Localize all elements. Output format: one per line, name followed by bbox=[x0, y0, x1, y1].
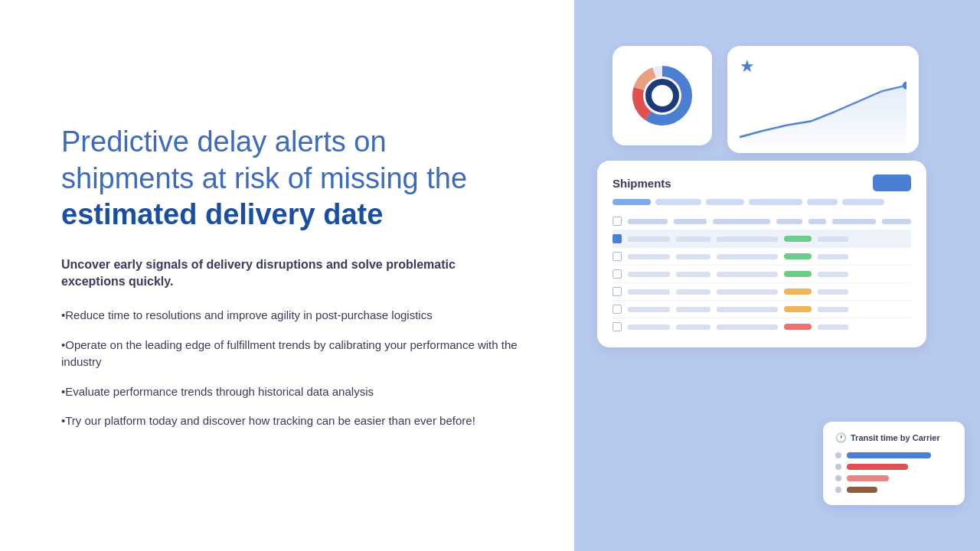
line-chart-svg bbox=[740, 81, 906, 145]
subtitle: Uncover early signals of delivery disrup… bbox=[61, 256, 521, 291]
right-panel: ★ Shipments bbox=[574, 0, 980, 551]
transit-row-1 bbox=[835, 452, 952, 458]
status-badge-red bbox=[784, 324, 812, 330]
shipments-header: Shipments bbox=[612, 174, 911, 191]
status-badge-orange bbox=[784, 306, 812, 312]
table-row[interactable] bbox=[612, 318, 911, 335]
filter-row bbox=[612, 199, 911, 205]
bullet-1: •Reduce time to resolutions and improve … bbox=[61, 307, 521, 324]
filter-bar-2[interactable] bbox=[706, 199, 744, 205]
carrier-dot-1 bbox=[835, 452, 841, 458]
shipments-title: Shipments bbox=[612, 177, 671, 190]
bullet-3: •Evaluate performance trends through his… bbox=[61, 383, 521, 401]
row-checkbox-1[interactable] bbox=[612, 234, 622, 243]
bullet-4: •Try our platform today and discover how… bbox=[61, 412, 521, 430]
col-header-7 bbox=[882, 219, 911, 224]
status-badge-green bbox=[784, 253, 812, 259]
table-row[interactable] bbox=[612, 248, 911, 266]
carrier-bar-1 bbox=[847, 452, 931, 458]
filter-bar-4[interactable] bbox=[807, 199, 838, 205]
donut-chart-svg bbox=[628, 61, 697, 130]
carrier-dot-4 bbox=[835, 487, 841, 493]
transit-header: 🕐 Transit time by Carrier bbox=[835, 432, 952, 443]
carrier-bar-2 bbox=[847, 464, 908, 470]
col-header-6 bbox=[832, 219, 876, 224]
filter-bar-3[interactable] bbox=[749, 199, 802, 205]
row-checkbox-3[interactable] bbox=[612, 269, 622, 279]
filter-bar-1[interactable] bbox=[655, 199, 701, 205]
donut-chart-card bbox=[612, 46, 712, 145]
carrier-dot-3 bbox=[835, 475, 841, 481]
row-checkbox-2[interactable] bbox=[612, 252, 622, 261]
col-header-4 bbox=[776, 219, 802, 224]
transit-row-4 bbox=[835, 487, 952, 493]
carrier-bar-3 bbox=[847, 475, 889, 481]
table-row[interactable] bbox=[612, 230, 911, 248]
transit-row-2 bbox=[835, 464, 952, 470]
table-row[interactable] bbox=[612, 266, 911, 283]
header-checkbox[interactable] bbox=[612, 217, 622, 226]
table-row[interactable] bbox=[612, 283, 911, 301]
carrier-bar-4 bbox=[847, 487, 877, 493]
carrier-dot-2 bbox=[835, 464, 841, 470]
transit-title: Transit time by Carrier bbox=[851, 433, 940, 442]
status-badge-green bbox=[784, 271, 812, 277]
col-header-5 bbox=[808, 219, 827, 224]
row-checkbox-5[interactable] bbox=[612, 305, 622, 314]
star-icon: ★ bbox=[740, 57, 755, 77]
status-badge-green bbox=[784, 236, 812, 242]
filter-bar-active[interactable] bbox=[612, 199, 651, 205]
main-title-bold: estimated delivery date bbox=[61, 198, 383, 230]
row-checkbox-6[interactable] bbox=[612, 322, 622, 331]
col-header-1 bbox=[628, 219, 668, 224]
shipments-button[interactable] bbox=[873, 174, 911, 191]
col-header-2 bbox=[674, 219, 707, 224]
left-panel: Predictive delay alerts on shipments at … bbox=[0, 0, 574, 551]
status-badge-orange bbox=[784, 289, 812, 295]
line-chart-card: ★ bbox=[727, 46, 919, 153]
bullet-2: •Operate on the leading edge of fulfillm… bbox=[61, 337, 521, 371]
col-header-3 bbox=[713, 219, 771, 224]
table-header-row bbox=[612, 213, 911, 230]
transit-time-card: 🕐 Transit time by Carrier bbox=[823, 422, 965, 505]
shipments-card: Shipments bbox=[597, 161, 926, 347]
row-checkbox-4[interactable] bbox=[612, 287, 622, 296]
transit-row-3 bbox=[835, 475, 952, 481]
clock-icon: 🕐 bbox=[835, 432, 847, 443]
table-row[interactable] bbox=[612, 301, 911, 318]
filter-bar-5[interactable] bbox=[842, 199, 884, 205]
main-title: Predictive delay alerts on shipments at … bbox=[61, 124, 521, 233]
